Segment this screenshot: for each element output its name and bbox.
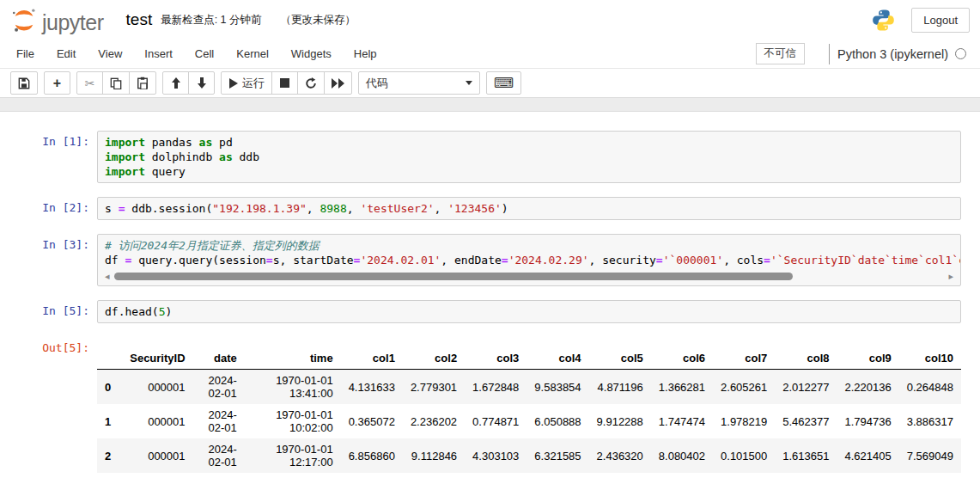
table-cell: 4.131633	[341, 370, 403, 405]
code-input-area[interactable]: import pandas as pdimport dolphindb as d…	[97, 131, 961, 183]
code-input-area[interactable]: s = ddb.session("192.198.1.39", 8988, 't…	[97, 197, 961, 220]
table-cell: 7.569049	[899, 438, 961, 473]
table-cell: 2.779301	[403, 370, 465, 405]
row-index: 1	[97, 404, 122, 438]
column-header: time	[245, 347, 341, 370]
menu-item-kernel[interactable]: Kernel	[225, 40, 280, 67]
code-lines: import pandas as pdimport dolphindb as d…	[105, 135, 953, 179]
input-prompt: In [2]:	[0, 197, 97, 220]
trust-status-button[interactable]: 不可信	[756, 43, 806, 64]
kernel-name: Python 3 (ipykernel)	[837, 47, 948, 61]
table-cell: 1.366281	[651, 370, 713, 405]
jupyter-wordmark: jupyter	[42, 12, 104, 34]
move-cell-down-button[interactable]	[188, 71, 215, 95]
scroll-left-icon[interactable]: ◂	[105, 272, 110, 282]
cell-type-dropdown[interactable]: 代码	[358, 71, 480, 95]
table-cell: 000001	[122, 370, 192, 405]
input-prompt: In [3]:	[0, 234, 97, 286]
cut-cell-button[interactable]: ✂	[76, 71, 103, 95]
paste-cell-button[interactable]	[129, 71, 156, 95]
save-button[interactable]	[10, 71, 38, 95]
column-header: col6	[651, 347, 713, 370]
table-cell: 7.309790	[651, 473, 713, 478]
header: jupyter test 最新检查点: 1 分钟前 （更改未保存） Logout	[0, 0, 980, 40]
column-header: col10	[899, 347, 961, 370]
table-cell: 5.462377	[775, 404, 837, 438]
table-cell: 1970-01-01 10:02:00	[245, 404, 341, 438]
plus-icon: +	[53, 77, 61, 90]
table-cell: 000001	[122, 404, 192, 438]
table-cell: 1970-01-01 12:17:00	[245, 438, 341, 473]
dataframe-table: SecurityIDdatetimecol1col2col3col4col5co…	[97, 347, 961, 478]
table-cell: 0.365072	[341, 404, 403, 438]
chevron-down-icon	[466, 81, 472, 85]
paste-icon	[137, 77, 149, 89]
table-cell: 3.886317	[899, 404, 961, 438]
logout-button[interactable]: Logout	[911, 8, 970, 33]
code-input-area[interactable]: df.head(5)	[97, 300, 961, 323]
table-cell: 2.555152	[899, 473, 961, 478]
column-header: col8	[775, 347, 837, 370]
column-header: col1	[341, 347, 403, 370]
command-palette-button[interactable]: ⌨	[486, 71, 521, 95]
table-cell: 000001	[122, 473, 192, 478]
jupyter-logo[interactable]: jupyter	[10, 6, 104, 34]
notebook-title[interactable]: test	[126, 10, 153, 29]
output-prompt: Out[5]:	[0, 337, 97, 478]
table-row: 10000012024-02-011970-01-01 10:02:000.36…	[97, 404, 961, 438]
kernel-idle-icon	[955, 48, 966, 59]
interrupt-kernel-button[interactable]	[271, 71, 298, 95]
column-header: col2	[403, 347, 465, 370]
scissors-icon: ✂	[85, 77, 95, 89]
horizontal-scrollbar[interactable]: ◂▸	[105, 272, 953, 282]
input-prompt: In [5]:	[0, 300, 97, 323]
up-arrow-icon	[171, 77, 181, 89]
table-cell: 2.605261	[713, 370, 775, 405]
table-cell: 1.794736	[837, 404, 899, 438]
menu-item-widgets[interactable]: Widgets	[280, 40, 343, 67]
column-header: col5	[589, 347, 651, 370]
table-cell: 2.220136	[837, 370, 899, 405]
restart-kernel-button[interactable]	[297, 71, 325, 95]
table-cell: 6.448114	[527, 473, 588, 478]
scroll-right-icon[interactable]: ▸	[948, 272, 953, 282]
table-cell: 1970-01-01 11:11:00	[245, 473, 341, 478]
scrollbar-thumb[interactable]	[114, 273, 793, 280]
table-cell: 2.436320	[589, 438, 651, 473]
table-cell: 7.155398	[837, 473, 899, 478]
menu-item-edit[interactable]: Edit	[46, 40, 87, 67]
table-cell: 9.112846	[403, 438, 465, 473]
table-cell: 4.303103	[465, 438, 527, 473]
menu-item-help[interactable]: Help	[343, 40, 388, 67]
run-cell-button[interactable]: 运行	[221, 71, 272, 95]
table-cell: 1.836753	[341, 473, 403, 478]
menu-item-insert[interactable]: Insert	[133, 40, 184, 67]
table-cell: 4.663135	[403, 473, 465, 478]
table-cell: 1.747474	[651, 404, 713, 438]
menu-item-view[interactable]: View	[87, 40, 133, 67]
table-cell: 0.101500	[713, 438, 775, 473]
table-cell: 1970-01-01 13:41:00	[245, 370, 341, 405]
insert-cell-below-button[interactable]: +	[44, 71, 70, 95]
move-cell-up-button[interactable]	[162, 71, 189, 95]
menubar: FileEditViewInsertCellKernelWidgetsHelp …	[0, 40, 980, 69]
menu-item-cell[interactable]: Cell	[184, 40, 225, 67]
copy-cell-button[interactable]	[102, 71, 130, 95]
menu-item-file[interactable]: File	[5, 40, 46, 67]
row-index: 3	[97, 473, 122, 478]
table-cell: 2024-02-01	[193, 438, 245, 473]
table-cell: 4.871196	[589, 370, 651, 405]
table-cell: 9.583854	[527, 370, 588, 405]
table-cell: 0.264848	[899, 370, 961, 405]
copy-icon	[110, 77, 122, 89]
code-input-area[interactable]: # 访问2024年2月指定证券、指定列的数据df = query.query(s…	[97, 234, 961, 286]
input-prompt: In [1]:	[0, 131, 97, 183]
table-cell: 6.278937	[589, 473, 651, 478]
table-cell: 6.856860	[341, 438, 403, 473]
kernel-separator	[829, 44, 830, 64]
code-cell: In [3]:# 访问2024年2月指定证券、指定列的数据df = query.…	[0, 234, 961, 286]
table-cell: 6.386362	[465, 473, 527, 478]
restart-run-all-button[interactable]	[324, 71, 352, 95]
table-cell: 9.912288	[589, 404, 651, 438]
table-cell: 000001	[122, 438, 192, 473]
